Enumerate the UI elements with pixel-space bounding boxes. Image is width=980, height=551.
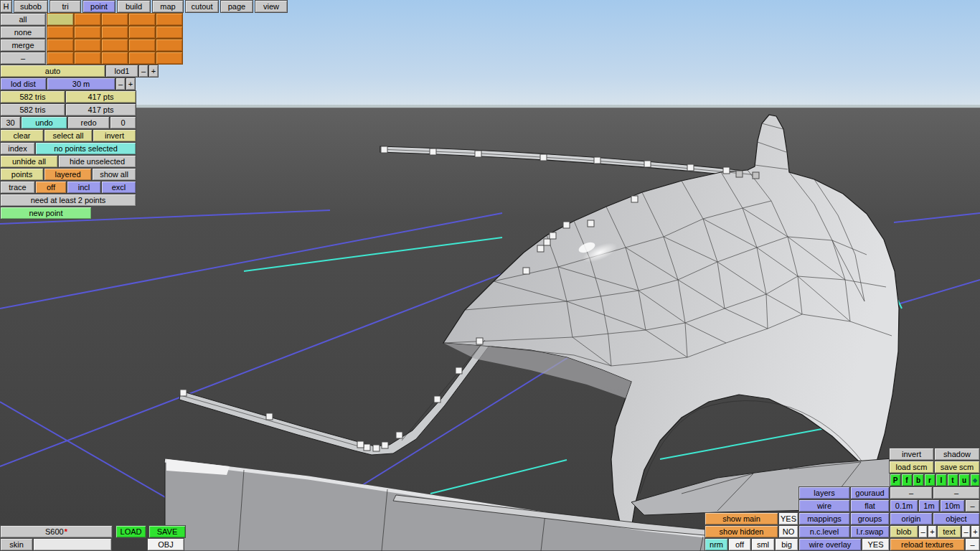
menu-button-page[interactable]: page — [220, 0, 253, 13]
flag-l-button[interactable]: l — [936, 474, 947, 486]
wire-overlay-button[interactable]: wire overlay — [798, 538, 862, 551]
shadow-button[interactable]: shadow — [934, 448, 980, 461]
grid-1m-button[interactable]: 1m — [918, 499, 940, 512]
text-button[interactable]: text — [937, 525, 961, 538]
menu-button-h[interactable]: H — [0, 0, 12, 13]
menu-button-build[interactable]: build — [117, 0, 151, 13]
mappings-button[interactable]: mappings — [798, 512, 850, 525]
layered-button[interactable]: layered — [44, 168, 92, 181]
load-button[interactable]: LOAD — [116, 525, 146, 538]
index-button[interactable]: index — [0, 142, 35, 155]
grid-cell[interactable] — [156, 13, 183, 26]
dash-button[interactable]: – — [0, 52, 46, 65]
lod-dist-minus-button[interactable]: – — [116, 77, 126, 90]
groups-button[interactable]: groups — [850, 512, 890, 525]
gouraud-button[interactable]: gouraud — [850, 486, 890, 499]
text-minus-button[interactable]: – — [961, 525, 971, 538]
grid-cell[interactable] — [74, 52, 101, 65]
origin-button[interactable]: origin — [890, 512, 933, 525]
flag-u-button[interactable]: u — [958, 474, 970, 486]
lod-dist-plus-button[interactable]: + — [126, 77, 136, 90]
text-plus-button[interactable]: + — [971, 525, 980, 538]
invert-selection-button[interactable]: invert — [93, 129, 136, 142]
none-button[interactable]: none — [0, 26, 46, 39]
object-button[interactable]: object — [933, 512, 980, 525]
lod-plus-button[interactable]: + — [149, 65, 159, 77]
show-all-button[interactable]: show all — [92, 168, 136, 181]
all-button[interactable]: all — [0, 13, 46, 26]
clear-button[interactable]: clear — [0, 129, 44, 142]
blob-minus-button[interactable]: – — [918, 525, 928, 538]
grid-cell[interactable] — [101, 26, 128, 39]
redo-button[interactable]: redo — [67, 116, 110, 129]
blob-button[interactable]: blob — [890, 525, 918, 538]
obj-button[interactable]: OBJ — [147, 538, 184, 551]
show-main-value[interactable]: YES — [778, 512, 798, 525]
merge-button[interactable]: merge — [0, 39, 46, 52]
model-name-button[interactable]: S600* — [0, 525, 113, 538]
lod-dist-label[interactable]: lod dist — [0, 77, 47, 90]
flag-r-button[interactable]: r — [924, 474, 936, 486]
blob-plus-button[interactable]: + — [928, 525, 937, 538]
skin-button[interactable]: skin — [0, 538, 33, 551]
grid-cell[interactable] — [74, 26, 101, 39]
trace-off-button[interactable]: off — [35, 181, 67, 194]
save-scm-button[interactable]: save scm — [934, 461, 980, 474]
flag-diamond-icon[interactable]: ◆ — [970, 474, 980, 486]
flag-f-button[interactable]: f — [901, 474, 913, 486]
grid-cell[interactable] — [74, 39, 101, 52]
menu-button-tri[interactable]: tri — [50, 0, 81, 13]
flag-t-button[interactable]: t — [947, 474, 958, 486]
grid-10m-button[interactable]: 10m — [940, 499, 965, 512]
dash-button[interactable]: – — [933, 486, 980, 499]
grid-cell[interactable] — [47, 52, 74, 65]
wire-button[interactable]: wire — [798, 499, 850, 512]
menu-button-cutout[interactable]: cutout — [185, 0, 219, 13]
dash-button[interactable]: – — [965, 499, 980, 512]
new-point-button[interactable]: new point — [0, 207, 92, 220]
layers-button[interactable]: layers — [798, 486, 850, 499]
grid-cell[interactable] — [156, 26, 183, 39]
grid-cell[interactable] — [156, 52, 183, 65]
menu-button-point[interactable]: point — [83, 0, 116, 13]
menu-button-map[interactable]: map — [152, 0, 184, 13]
flag-b-button[interactable]: b — [913, 474, 924, 486]
nrm-off-button[interactable]: off — [728, 538, 751, 551]
select-all-button[interactable]: select all — [44, 129, 93, 142]
show-main-button[interactable]: show main — [705, 512, 778, 525]
viewport-3d[interactable] — [0, 0, 980, 551]
grid-cell[interactable] — [156, 39, 183, 52]
grid-cell[interactable] — [128, 52, 156, 65]
grid-01m-button[interactable]: 0.1m — [890, 499, 918, 512]
dash-button[interactable]: – — [965, 538, 980, 551]
menu-button-view[interactable]: view — [255, 0, 288, 13]
trace-button[interactable]: trace — [0, 181, 35, 194]
unhide-all-button[interactable]: unhide all — [0, 155, 58, 168]
dash-button[interactable]: – — [890, 486, 933, 499]
wire-overlay-value[interactable]: YES — [862, 538, 890, 551]
auto-button[interactable]: auto — [0, 65, 105, 77]
grid-cell[interactable] — [101, 39, 128, 52]
flag-p-button[interactable]: P — [890, 474, 901, 486]
reload-textures-button[interactable]: reload textures — [890, 538, 965, 551]
grid-cell[interactable] — [74, 13, 101, 26]
flat-button[interactable]: flat — [850, 499, 890, 512]
grid-cell[interactable] — [101, 52, 128, 65]
grid-cell[interactable] — [128, 13, 156, 26]
grid-cell[interactable] — [128, 39, 156, 52]
hide-unselected-button[interactable]: hide unselected — [58, 155, 136, 168]
skin-name-field[interactable] — [33, 538, 112, 551]
load-scm-button[interactable]: load scm — [889, 461, 934, 474]
trace-incl-button[interactable]: incl — [67, 181, 101, 194]
grid-cell[interactable] — [128, 26, 156, 39]
trace-excl-button[interactable]: excl — [101, 181, 136, 194]
nrm-sml-button[interactable]: sml — [751, 538, 775, 551]
grid-cell[interactable] — [47, 26, 74, 39]
nrm-button[interactable]: nrm — [705, 538, 728, 551]
lod1-button[interactable]: lod1 — [105, 65, 138, 77]
grid-cell[interactable] — [101, 13, 128, 26]
show-hidden-button[interactable]: show hidden — [705, 525, 778, 538]
grid-cell[interactable] — [47, 39, 74, 52]
grid-cell-selected[interactable] — [47, 13, 74, 26]
show-hidden-value[interactable]: NO — [778, 525, 798, 538]
